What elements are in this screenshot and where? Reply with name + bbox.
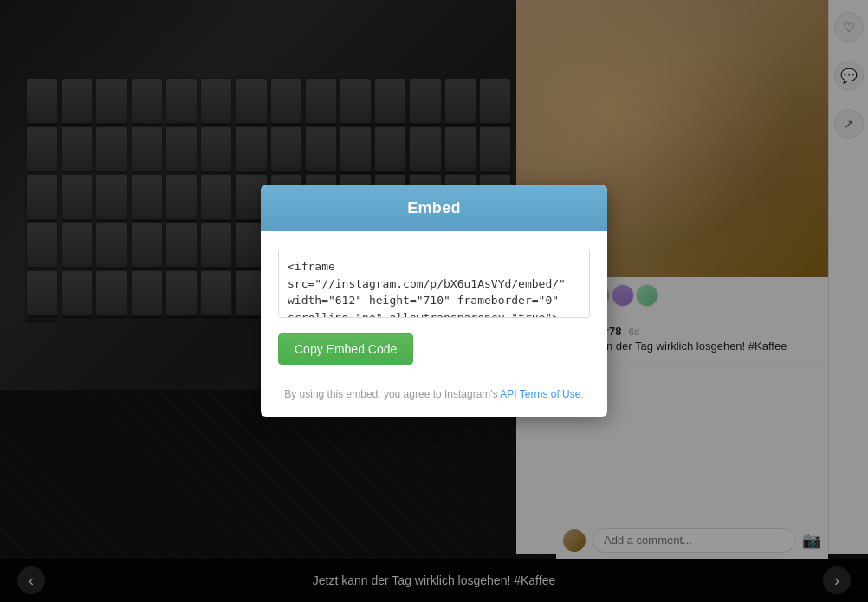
terms-prefix: By using this embed, you agree to Instag… (284, 388, 500, 400)
terms-link[interactable]: API Terms of Use (500, 388, 580, 400)
copy-embed-button[interactable]: Copy Embed Code (278, 333, 413, 365)
modal-footer: By using this embed, you agree to Instag… (261, 379, 607, 417)
modal-title: Embed (278, 199, 590, 217)
modal-header: Embed (261, 185, 607, 231)
embed-modal: Embed Copy Embed Code By using this embe… (261, 185, 607, 417)
embed-code-textarea[interactable] (278, 249, 590, 318)
terms-suffix: . (580, 388, 583, 400)
terms-text: By using this embed, you agree to Instag… (284, 388, 584, 400)
modal-overlay[interactable]: Embed Copy Embed Code By using this embe… (0, 0, 868, 602)
modal-body: Copy Embed Code (261, 231, 607, 379)
